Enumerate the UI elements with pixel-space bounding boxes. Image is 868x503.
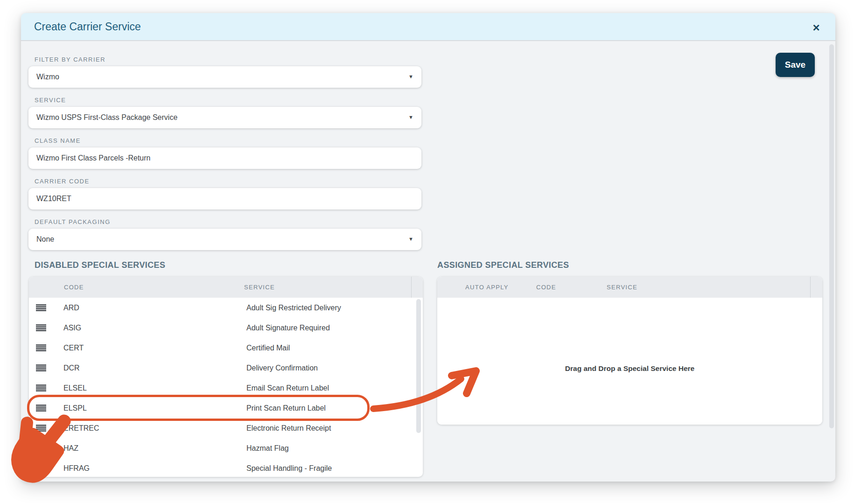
carrier-code-label: CARRIER CODE (35, 178, 90, 185)
row-service: Email Scan Return Label (246, 384, 329, 392)
header-divider (411, 277, 412, 298)
drag-handle-icon[interactable] (36, 405, 46, 412)
disabled-services-table-header: CODE SERVICE (29, 277, 423, 298)
drag-handle-icon[interactable] (36, 364, 46, 371)
column-header-code: CODE (64, 284, 84, 291)
row-service: Hazmat Flag (246, 444, 289, 453)
assigned-services-heading: ASSIGNED SPECIAL SERVICES (437, 260, 569, 270)
column-header-auto-apply: AUTO APPLY (465, 284, 509, 291)
drag-handle-icon[interactable] (36, 425, 46, 432)
disabled-services-heading: DISABLED SPECIAL SERVICES (35, 260, 165, 270)
filter-by-carrier-value: Wizmo (36, 73, 59, 81)
chevron-down-icon: ▼ (408, 74, 413, 79)
table-row[interactable]: HFRAG Special Handling - Fragile (29, 458, 423, 477)
column-header-code: CODE (536, 284, 556, 291)
row-service: Print Scan Return Label (246, 404, 326, 412)
chevron-down-icon: ▼ (408, 236, 413, 242)
dialog-scrollbar[interactable] (829, 44, 834, 428)
row-code: ELSEL (63, 384, 87, 392)
service-label: SERVICE (35, 97, 66, 104)
chevron-down-icon: ▼ (408, 114, 413, 120)
table-row[interactable]: HAZ Hazmat Flag (29, 438, 423, 458)
disabled-services-table-body: ARD Adult Sig Restricted Delivery ASIG A… (29, 298, 423, 477)
drag-handle-icon[interactable] (36, 445, 46, 452)
class-name-field[interactable] (36, 154, 400, 162)
assigned-services-table: AUTO APPLY CODE SERVICE Drag and Drop a … (437, 277, 822, 425)
row-service: Electronic Return Receipt (246, 424, 331, 433)
drag-handle-icon[interactable] (36, 324, 46, 331)
column-header-service: SERVICE (244, 284, 275, 291)
drag-handle-icon[interactable] (36, 344, 46, 351)
table-row[interactable]: ARD Adult Sig Restricted Delivery (29, 298, 423, 318)
row-service: Adult Signature Required (246, 324, 330, 332)
row-code: DCR (63, 364, 80, 372)
service-select[interactable]: Wizmo USPS First-Class Package Service ▼ (28, 107, 421, 128)
header-divider (810, 277, 811, 298)
table-row[interactable]: ERETREC Electronic Return Receipt (29, 418, 423, 438)
row-code: ELSPL (63, 404, 87, 412)
row-code: HAZ (63, 444, 78, 453)
table-scrollbar[interactable] (416, 299, 421, 433)
create-carrier-service-dialog: Create Carrier Service × Save FILTER BY … (21, 13, 835, 482)
column-header-service: SERVICE (607, 284, 637, 291)
class-name-label: CLASS NAME (35, 137, 81, 144)
dialog-header: Create Carrier Service × (21, 13, 835, 41)
filter-by-carrier-select[interactable]: Wizmo ▼ (28, 66, 421, 88)
default-packaging-value: None (36, 235, 54, 244)
save-button[interactable]: Save (776, 53, 815, 77)
service-value: Wizmo USPS First-Class Package Service (36, 113, 177, 122)
table-row[interactable]: ASIG Adult Signature Required (29, 318, 423, 338)
table-row[interactable]: CERT Certified Mail (29, 338, 423, 358)
assigned-services-table-header: AUTO APPLY CODE SERVICE (437, 277, 822, 298)
default-packaging-label: DEFAULT PACKAGING (35, 218, 111, 225)
dropzone-hint-text: Drag and Drop a Special Service Here (437, 364, 822, 373)
close-icon[interactable]: × (808, 20, 824, 35)
filter-by-carrier-label: FILTER BY CARRIER (35, 56, 105, 63)
carrier-code-field[interactable] (36, 195, 400, 203)
drag-handle-icon[interactable] (36, 384, 46, 391)
drag-handle-icon[interactable] (36, 304, 46, 311)
disabled-services-table: CODE SERVICE ARD Adult Sig Restricted De… (29, 277, 423, 477)
table-row[interactable]: ELSEL Email Scan Return Label (29, 378, 423, 398)
default-packaging-select[interactable]: None ▼ (28, 229, 421, 250)
row-code: ARD (63, 304, 79, 312)
row-code: HFRAG (63, 464, 90, 473)
row-code: ERETREC (63, 424, 99, 433)
dialog-title: Create Carrier Service (34, 21, 141, 33)
class-name-field-box (28, 147, 421, 169)
carrier-code-field-box (28, 188, 421, 210)
special-service-dropzone[interactable]: Drag and Drop a Special Service Here (437, 298, 822, 425)
row-service: Delivery Confirmation (246, 364, 318, 372)
row-code: CERT (63, 344, 84, 352)
page: Create Carrier Service × Save FILTER BY … (0, 0, 868, 503)
row-service: Certified Mail (246, 344, 290, 352)
row-service: Adult Sig Restricted Delivery (246, 304, 341, 312)
row-code: ASIG (63, 324, 81, 332)
table-row[interactable]: DCR Delivery Confirmation (29, 358, 423, 378)
row-service: Special Handling - Fragile (246, 464, 332, 473)
table-row-highlighted[interactable]: ELSPL Print Scan Return Label (29, 398, 423, 418)
drag-handle-icon[interactable] (36, 465, 46, 472)
